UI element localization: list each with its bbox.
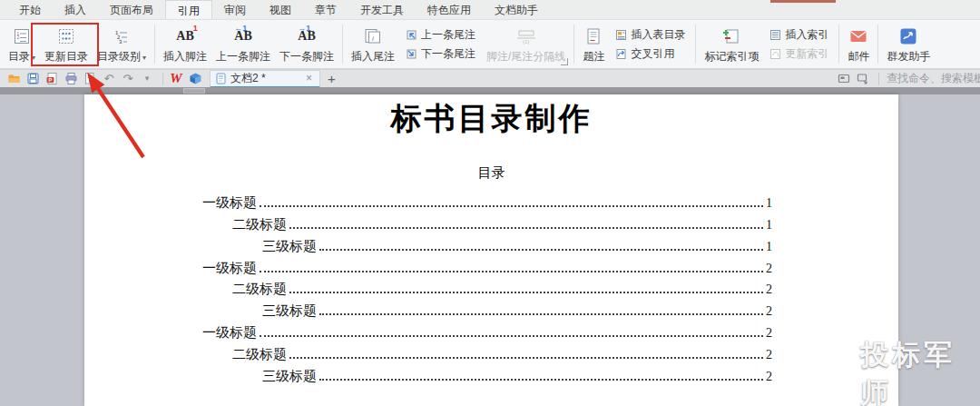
prev-endnote-icon (406, 29, 417, 41)
tab-developer[interactable]: 开发工具 (348, 0, 416, 19)
toc-entry[interactable]: 三级标题2 (202, 300, 772, 322)
document-tab[interactable]: 文档2 * × (210, 70, 320, 88)
prev-footnote-button[interactable]: AB←1 上一条脚注 (211, 22, 275, 66)
insert-footnote-button[interactable]: AB1 插入脚注 (159, 22, 211, 66)
insert-endnote-icon: i (363, 24, 383, 49)
redo-icon[interactable]: ↷ (120, 71, 136, 87)
document-area[interactable]: 标书目录制作 目录 一级标题1 二级标题1 三级标题1 一级标题2 二级标题2 … (0, 94, 980, 406)
page-number: 1 (766, 219, 772, 235)
toc-entry[interactable]: 一级标题2 (202, 257, 772, 279)
tab-view[interactable]: 视图 (258, 0, 303, 19)
update-toc-button[interactable]: 更新目录 (40, 22, 93, 66)
new-tab-button[interactable]: + (320, 71, 343, 87)
document-file-icon (215, 73, 227, 84)
toc-level-icon: 123 (113, 24, 131, 49)
print-preview-icon[interactable] (82, 71, 98, 87)
caption-button[interactable]: 题注 (578, 22, 609, 66)
dot-leader (260, 335, 763, 337)
ribbon-separator (838, 25, 839, 64)
next-footnote-button[interactable]: AB→1 下一条脚注 (275, 22, 338, 66)
footnote-separator-button: {1} 脚注/尾注分隔线 (482, 22, 570, 66)
mail-button[interactable]: 邮件 (843, 22, 874, 66)
chevron-down-icon: ▾ (142, 54, 146, 62)
mass-send-assistant-button[interactable]: 群发助手 (882, 22, 935, 66)
toc-entry[interactable]: 三级标题2 (202, 365, 772, 387)
toc-entry[interactable]: 一级标题2 (202, 322, 772, 343)
menu-tab-bar: 开始 插入 页面布局 引用 审阅 视图 章节 开发工具 特色应用 文档助手 (0, 0, 980, 20)
tab-page-layout[interactable]: 页面布局 (98, 0, 165, 19)
insert-footnote-icon: AB1 (176, 24, 193, 49)
tab-doc-assistant[interactable]: 文档助手 (483, 0, 550, 19)
svg-text:3: 3 (119, 39, 122, 45)
endnote-group: i 插入尾注 上一条尾注 下一条尾注 {1} 脚注/尾注分隔线 (347, 22, 570, 66)
page-number: 2 (766, 371, 772, 387)
caption-group: 题注 插入表目录 交叉引用 (578, 22, 691, 66)
close-tab-icon[interactable]: × (304, 72, 314, 84)
cropped-red-annotation-bar (770, 0, 836, 3)
toc-entry[interactable]: 三级标题1 (202, 235, 772, 257)
ribbon-separator (877, 25, 878, 64)
ribbon-collapse-icon[interactable] (855, 71, 871, 87)
svg-text:P: P (48, 77, 52, 83)
save-icon[interactable] (24, 71, 41, 87)
page-gap-mark (183, 88, 205, 94)
export-pdf-icon[interactable]: P (44, 71, 60, 87)
cross-reference-icon (615, 48, 627, 60)
dot-leader (289, 292, 763, 293)
insert-endnote-button[interactable]: i 插入尾注 (347, 22, 399, 66)
dot-leader (260, 205, 763, 207)
tab-special-features[interactable]: 特色应用 (416, 0, 483, 19)
caption-column: 插入表目录 交叉引用 (609, 22, 691, 66)
tab-review[interactable]: 审阅 (212, 0, 258, 19)
svg-text:i: i (372, 35, 374, 43)
document-page[interactable]: 标书目录制作 目录 一级标题1 二级标题1 三级标题1 一级标题2 二级标题2 … (84, 94, 898, 406)
toc-button[interactable]: 12 目录▾ (4, 22, 40, 66)
tab-insert[interactable]: 插入 (53, 0, 98, 19)
ribbon-references: 12 目录▾ 更新目录 123 目录级别▾ AB1 (0, 20, 980, 69)
toolbar-separator (878, 73, 879, 85)
tab-references[interactable]: 引用 (165, 0, 212, 19)
open-folder-icon[interactable] (5, 71, 22, 87)
toolbar-separator (162, 73, 163, 85)
next-endnote-button[interactable]: 下一条尾注 (403, 45, 478, 62)
tab-section[interactable]: 章节 (303, 0, 348, 19)
footnote-dialog-launcher[interactable] (561, 58, 568, 65)
document-tab-title: 文档2 * (230, 71, 304, 86)
insert-table-of-figures-button[interactable]: 插入表目录 (612, 26, 688, 43)
footnote-group: AB1 插入脚注 AB←1 上一条脚注 AB→1 下一条脚注 (159, 22, 338, 66)
tab-home[interactable]: 开始 (7, 0, 53, 19)
toc-entry[interactable]: 二级标题2 (202, 343, 772, 365)
docer-cube-icon[interactable] (187, 71, 203, 87)
dot-leader (289, 227, 763, 229)
insert-index-button[interactable]: 插入索引 (767, 26, 831, 43)
cross-reference-button[interactable]: 交叉引用 (612, 45, 688, 62)
page-number: 1 (766, 197, 772, 213)
assistant-group: 群发助手 (882, 22, 935, 66)
mail-group: 邮件 (843, 22, 874, 66)
ribbon-separator (573, 25, 574, 64)
wps-logo-icon[interactable]: W (168, 71, 184, 87)
toc-entry[interactable]: 二级标题1 (202, 213, 772, 235)
toc-entry[interactable]: 二级标题2 (202, 279, 772, 301)
screen-view-icon[interactable] (836, 71, 852, 87)
insert-table-of-figures-icon (615, 29, 627, 41)
print-icon[interactable] (63, 71, 79, 87)
dot-leader (260, 271, 763, 272)
command-search-box[interactable]: 查找命令、搜索模板 (884, 71, 980, 86)
dot-leader (289, 357, 763, 359)
table-of-contents: 一级标题1 二级标题1 三级标题1 一级标题2 二级标题2 三级标题2 一级标题… (202, 192, 772, 387)
undo-icon[interactable]: ↶ (101, 71, 117, 87)
prev-endnote-button[interactable]: 上一条尾注 (403, 26, 478, 43)
mass-send-assistant-icon (899, 24, 917, 49)
index-group: 标记索引项 插入索引 更新索引 (700, 22, 835, 66)
footnote-separator-icon: {1} (515, 24, 537, 49)
ribbon-separator (695, 25, 696, 64)
toc-level-button[interactable]: 123 目录级别▾ (93, 22, 151, 66)
caption-icon (585, 24, 602, 49)
mark-index-entry-button[interactable]: 标记索引项 (700, 22, 763, 66)
toc-entry[interactable]: 一级标题1 (202, 192, 772, 213)
quick-access-bar: P ↶ ↷ ▾ W 文档2 * × + 查找命令、搜索模 (0, 69, 980, 87)
more-dropdown-icon[interactable]: ▾ (139, 71, 155, 87)
index-column: 插入索引 更新索引 (763, 22, 835, 66)
next-endnote-icon (406, 48, 417, 60)
